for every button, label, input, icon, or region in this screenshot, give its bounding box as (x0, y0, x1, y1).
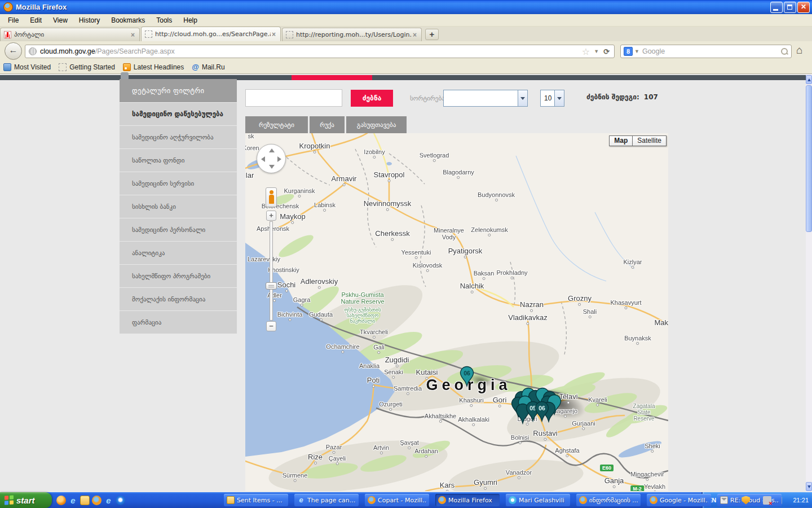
site-nav-active-segment (292, 75, 372, 80)
taskbar-button[interactable]: eThe page can... (294, 494, 359, 506)
most-visited-icon (3, 63, 11, 71)
svg-text:06: 06 (539, 405, 545, 411)
menu-item-history[interactable]: History (73, 15, 105, 26)
reload-icon[interactable]: ⟳ (601, 47, 612, 56)
view-tab[interactable]: გასუფთავება (346, 116, 407, 133)
page-size-arrow-icon[interactable] (554, 90, 564, 106)
restore-button[interactable] (784, 2, 796, 13)
tab-label: პორტალი (14, 31, 130, 38)
browser-tab[interactable]: პორტალი× (0, 28, 140, 41)
back-button[interactable] (5, 42, 22, 60)
taskbar-button[interactable]: Mozilla Firefox (435, 494, 500, 506)
quick-launch-bar: e e (52, 496, 130, 505)
placeholder-favicon-icon (145, 30, 152, 38)
bookmark-item[interactable]: Latest Headlines (123, 63, 184, 71)
map-marker[interactable]: 06 (460, 366, 474, 389)
menu-item-help[interactable]: Help (178, 15, 203, 26)
scrollbar-thumb[interactable] (806, 85, 812, 232)
browser-orange-icon[interactable] (56, 496, 66, 505)
tab-close-icon[interactable]: × (412, 31, 418, 39)
page-size-select[interactable]: 10 (540, 90, 564, 107)
sidebar-item[interactable]: სახელმწიფო პროგრამები (120, 265, 237, 287)
map-marker[interactable]: 06 (535, 401, 549, 424)
pan-right-icon[interactable] (277, 156, 281, 162)
menu-item-tools[interactable]: Tools (151, 15, 178, 26)
sidebar-item[interactable]: სისხლის ბანკი (120, 195, 237, 218)
url-bar[interactable]: cloud.moh.gov.ge /Pages/SearchPage.aspx … (25, 45, 615, 58)
taskbar-button[interactable]: Sent Items - ... (224, 494, 288, 506)
zoom-out-button[interactable]: − (266, 321, 276, 331)
pan-down-icon[interactable] (269, 165, 275, 169)
pan-up-icon[interactable] (269, 148, 275, 152)
google-map[interactable]: skKorenKropotkinIzobilnySvetlogradBlagod… (245, 133, 668, 491)
menu-item-bookmarks[interactable]: Bookmarks (105, 15, 151, 26)
sidebar-item[interactable]: სამედიცინო პერსონალი (120, 218, 237, 241)
zoom-in-button[interactable]: + (266, 211, 276, 221)
browser-tab[interactable]: http://cloud.moh.go...es/SearchPage.aspx… (141, 27, 281, 41)
menu-item-file[interactable]: File (2, 15, 24, 26)
pan-left-icon[interactable] (261, 156, 265, 162)
window-titlebar[interactable]: Mozilla Firefox ✕ (0, 0, 812, 14)
web-search-input[interactable] (642, 47, 780, 55)
scroll-up-icon[interactable] (806, 75, 812, 84)
zoom-slider-track[interactable] (270, 221, 273, 321)
map-type-satellite-button[interactable]: Satellite (632, 135, 667, 146)
taskbar-button[interactable]: ინფორმაციის ... (576, 494, 641, 506)
sidebar-item[interactable]: სამედიცინო აღჭურვილობა (120, 126, 237, 148)
tab-close-icon[interactable]: × (130, 31, 136, 39)
minimize-button[interactable] (770, 2, 783, 13)
taskbar-button[interactable]: Copart - Mozill... (365, 494, 429, 506)
street-view-pegman[interactable] (266, 187, 277, 207)
media-player-icon[interactable] (116, 496, 125, 505)
minimize-icon (773, 9, 778, 11)
taskbar-button[interactable]: Google - Mozill... (647, 494, 711, 506)
search-bar[interactable]: 8 ▼ (620, 45, 792, 58)
map-type-map-button[interactable]: Map (609, 135, 632, 146)
sidebar-item[interactable]: საწოლთა ფონდი (120, 149, 237, 172)
home-button[interactable]: ⌂ (796, 44, 802, 56)
clock[interactable]: 21:21 (793, 497, 809, 503)
firefox-logo-icon (3, 2, 13, 12)
search-submit-button[interactable]: ძებნა (351, 90, 393, 107)
search-magnifier-icon[interactable] (780, 47, 788, 55)
sidebar-item[interactable]: ფარმაცია (120, 311, 237, 334)
firefox-quicklaunch-icon[interactable] (92, 496, 102, 505)
start-button[interactable]: start (0, 492, 52, 508)
sidebar-item[interactable]: მოქალაქის ინფორმაცია (120, 288, 237, 310)
internet-explorer-2-icon[interactable]: e (104, 496, 113, 505)
scroll-down-icon[interactable] (806, 482, 812, 491)
menu-item-view[interactable]: View (47, 15, 73, 26)
internet-explorer-icon[interactable]: e (68, 496, 78, 505)
bookmark-item[interactable]: Most Visited (3, 63, 51, 71)
getting-started-icon (59, 63, 67, 71)
email-notes-icon[interactable] (80, 496, 90, 505)
browser-tab[interactable]: http://reporting.moh...ty/Users/Login.as… (282, 28, 422, 41)
page-scrollbar[interactable] (806, 74, 812, 492)
view-tab[interactable]: რეზულტატი (245, 116, 308, 133)
bookmark-item[interactable]: @Mail.Ru (192, 63, 224, 71)
bookmark-star-icon[interactable]: ☆ (580, 46, 592, 57)
bookmark-item[interactable]: Getting Started (59, 63, 115, 71)
map-pan-control[interactable] (257, 144, 286, 173)
taskbar-button[interactable]: Mari Gelashvili (506, 494, 570, 506)
antivirus-alert-icon[interactable] (763, 496, 771, 505)
sort-select-arrow-icon[interactable] (518, 90, 527, 106)
url-dropdown-icon[interactable]: ▼ (592, 49, 601, 54)
portal-favicon-icon (4, 31, 11, 38)
close-button[interactable]: ✕ (797, 2, 810, 13)
view-tabs: რეზულტატირუქაგასუფთავება (245, 116, 407, 133)
new-tab-button[interactable]: + (425, 29, 439, 40)
menu-item-edit[interactable]: Edit (24, 15, 47, 26)
sidebar-item[interactable]: ანალიტიკა (120, 242, 237, 264)
zoom-slider-handle[interactable] (266, 282, 277, 290)
search-engine-dropdown-icon[interactable]: ▼ (633, 49, 642, 54)
search-query-input[interactable] (245, 89, 342, 107)
sidebar-item[interactable]: სამედიცინო სერვისი (120, 172, 237, 195)
view-tab[interactable]: რუქა (310, 116, 345, 133)
taskbar-button-label: Mari Gelashvili (519, 497, 564, 504)
tab-close-icon[interactable]: × (271, 30, 277, 38)
sidebar-item[interactable]: სამედიცინო დაწესებულება (120, 103, 237, 125)
rss-headlines-icon (123, 63, 131, 71)
sort-select[interactable] (443, 90, 528, 107)
mailru-at-icon: @ (192, 63, 199, 71)
